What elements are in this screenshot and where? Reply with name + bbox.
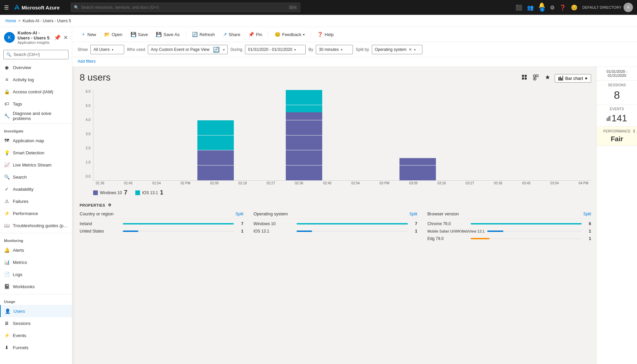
sidebar-item-activity-log[interactable]: ≡ Activity log [0, 73, 72, 86]
properties-settings-icon[interactable]: ⚙ [108, 203, 112, 207]
show-value: All Users [93, 47, 110, 52]
breadcrumb-home[interactable]: Home [5, 19, 16, 23]
chart-header: 8 users [80, 72, 591, 87]
sidebar-item-performance[interactable]: ⚡ Performance [0, 207, 72, 219]
browser-split-link[interactable]: Split [583, 212, 591, 216]
feedback-arrow: ▾ [303, 33, 305, 36]
notification-badge: 1 [540, 7, 545, 12]
sidebar-item-tags[interactable]: 🏷 Tags [0, 98, 72, 110]
split-dropdown[interactable]: Operating system ✕ ▾ [372, 45, 422, 54]
by-dropdown[interactable]: 30 minutes ▾ [316, 45, 353, 54]
legend-value-ios: 1 [160, 189, 163, 196]
sidebar-label-live-metrics: Live Metrics Stream [13, 162, 52, 168]
sidebar-item-users[interactable]: 👤 Users [0, 305, 72, 317]
saveas-button[interactable]: 💾 Save As [153, 30, 183, 39]
global-search-input[interactable] [81, 5, 286, 10]
sidebar-label-troubleshooting: Troubleshooting guides (pre... [13, 223, 68, 228]
chart-type-button[interactable]: Bar chart ▾ [555, 74, 591, 83]
pin-chart-btn[interactable] [543, 73, 552, 83]
by-label: By [308, 47, 313, 52]
refresh-button[interactable]: 🔄 Refresh [189, 30, 218, 39]
events-stat-card: EVENTS 141 [597, 104, 637, 127]
prop-row-us: United States 1 [80, 229, 243, 234]
sidebar-item-alerts[interactable]: 🔔 Alerts [0, 244, 72, 256]
x-label-03pm: 03 PM [380, 181, 389, 185]
toolbar: ＋ New 📂 Open 💾 Save 💾 Save As 🔄 Refresh [72, 27, 637, 42]
feedback-button[interactable]: 😊 Feedback ▾ [271, 30, 308, 39]
grid-view-btn[interactable] [520, 73, 529, 83]
settings-icon[interactable]: ⚙ [550, 4, 555, 11]
prop-row-chrome: Chrome 79.0 6 [427, 221, 591, 226]
legend-win10: Windows 10 7 [93, 189, 127, 196]
pin-button[interactable]: 📌 Pin [245, 30, 266, 39]
pin-toolbar-icon: 📌 [248, 32, 254, 37]
cloud-shell-icon[interactable]: ⬛ [516, 4, 522, 11]
by-value: 30 minutes [319, 47, 339, 52]
split-clear-icon[interactable]: ✕ [409, 47, 412, 52]
sidebar-item-live-metrics[interactable]: 📈 Live Metrics Stream [0, 159, 72, 171]
open-button[interactable]: 📂 Open [101, 30, 126, 39]
show-dropdown[interactable]: All Users ▾ [90, 45, 124, 54]
prop-row-ios: iOS 13.1 1 [253, 229, 417, 234]
new-button[interactable]: ＋ New [78, 30, 100, 39]
help-icon[interactable]: ❓ [559, 4, 566, 11]
sidebar-item-failures[interactable]: ⚠ Failures [0, 195, 72, 207]
search-shortcut: G+/ [288, 5, 297, 10]
y-label-4: 4.0 [80, 118, 90, 122]
x-label-02:54: 02:54 [351, 181, 360, 185]
sidebar-search-input[interactable]: 🔍 Search (Ctrl+/) [3, 50, 68, 59]
by-arrow: ▾ [341, 48, 342, 52]
sidebar-item-funnels[interactable]: ⬇ Funnels [0, 341, 72, 354]
during-dropdown[interactable]: 01/31/2020 - 01/31/2020 ▾ [245, 45, 306, 54]
top-nav-icons: ⬛ 👥 🔔 1 ⚙ ❓ 😊 DEFAULT DIRECTORY A [516, 2, 633, 13]
sidebar-item-search[interactable]: 🔍 Search [0, 171, 72, 183]
sidebar-item-availability[interactable]: ✓ Availability [0, 183, 72, 195]
tags-icon: 🏷 [4, 101, 9, 107]
notifications-icon[interactable]: 🔔 1 [538, 2, 545, 13]
ios-value: 1 [411, 229, 417, 234]
sidebar-item-smart-detection[interactable]: 💡 Smart Detection [0, 147, 72, 159]
toolbar-divider-3 [311, 31, 311, 38]
close-sidebar-icon[interactable]: ✕ [63, 34, 68, 41]
during-arrow: ▾ [294, 48, 296, 52]
diagnose-icon: 🔧 [4, 113, 9, 119]
pin-icon[interactable]: 📌 [54, 34, 61, 41]
add-filters-link[interactable]: Add filters [78, 59, 95, 64]
global-search-box[interactable]: 🔍 G+/ [71, 3, 300, 12]
legend-color-ios [135, 190, 140, 195]
directory-icon[interactable]: 👥 [527, 4, 534, 11]
sidebar-item-events[interactable]: ⚡ Events [0, 329, 72, 341]
sidebar-item-diagnose[interactable]: 🔧 Diagnose and solve problems [0, 110, 72, 122]
x-label-03:18: 03:18 [437, 181, 446, 185]
save-button[interactable]: 💾 Save [127, 30, 151, 39]
x-label-02:09: 02:09 [210, 181, 219, 185]
date-display: 01/31/2020 -01/31/2020 [600, 69, 634, 78]
sidebar-item-app-map[interactable]: 🗺 Application map [0, 134, 72, 147]
share-button[interactable]: ↗ Share [220, 30, 244, 39]
sidebar-item-overview[interactable]: ◉ Overview [0, 61, 72, 73]
feedback-label: Feedback [282, 32, 301, 37]
performance-info-icon[interactable]: ℹ [633, 129, 635, 133]
os-split-link[interactable]: Split [409, 212, 417, 216]
who-used-dropdown[interactable]: Any Custom Event or Page View 🔄 ▾ [148, 45, 228, 54]
sidebar-item-logs[interactable]: 📄 Logs [0, 268, 72, 280]
sidebar-item-metrics[interactable]: 📊 Metrics [0, 256, 72, 268]
refresh-icon: 🔄 [192, 32, 198, 37]
feedback-icon[interactable]: 😊 [571, 4, 578, 11]
user-menu[interactable]: DEFAULT DIRECTORY A [582, 3, 633, 12]
hamburger-menu[interactable]: ☰ [4, 4, 9, 11]
country-split-link[interactable]: Split [236, 212, 243, 216]
split-value: Operating system [375, 47, 407, 52]
sidebar-item-access-control[interactable]: 🔒 Access control (IAM) [0, 86, 72, 98]
sidebar-label-logs: Logs [13, 272, 22, 277]
who-used-refresh-btn[interactable]: 🔄 [212, 46, 221, 54]
sidebar-item-workbooks[interactable]: 📓 Workbooks [0, 280, 72, 293]
right-panel: SESSIONS 01/31/2020 -01/31/2020 SESSIONS… [597, 67, 637, 364]
sidebar-search-area: 🔍 Search (Ctrl+/) [0, 48, 72, 61]
add-chart-btn[interactable] [532, 73, 541, 83]
show-dropdown-arrow: ▾ [112, 48, 113, 52]
sidebar-item-sessions[interactable]: 🖥 Sessions [0, 317, 72, 329]
performance-label: PERFORMANCE [600, 129, 634, 133]
sidebar-item-troubleshooting[interactable]: 📖 Troubleshooting guides (pre... [0, 219, 72, 232]
help-button[interactable]: ❓ Help [314, 30, 337, 39]
